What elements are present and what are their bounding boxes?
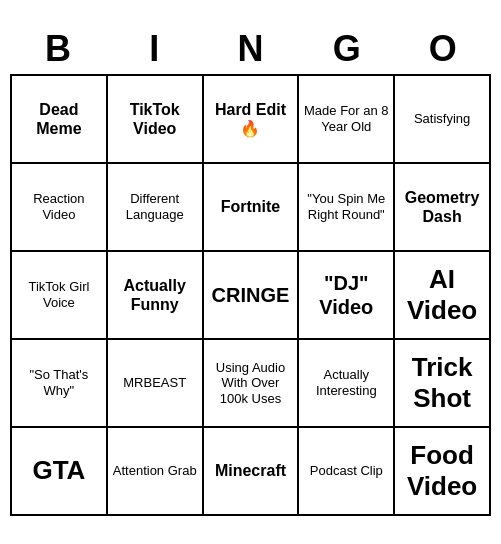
bingo-cell-3[interactable]: Made For an 8 Year Old	[299, 76, 395, 164]
title-n: N	[205, 28, 295, 70]
bingo-cell-4[interactable]: Satisfying	[395, 76, 491, 164]
bingo-cell-11[interactable]: Actually Funny	[108, 252, 204, 340]
bingo-title-row: B I N G O	[10, 28, 491, 70]
bingo-cell-7[interactable]: Fortnite	[204, 164, 300, 252]
bingo-cell-19[interactable]: Trick Shot	[395, 340, 491, 428]
bingo-cell-17[interactable]: Using Audio With Over 100k Uses	[204, 340, 300, 428]
title-b: B	[13, 28, 103, 70]
bingo-cell-6[interactable]: Different Language	[108, 164, 204, 252]
bingo-cell-2[interactable]: Hard Edit🔥	[204, 76, 300, 164]
bingo-cell-23[interactable]: Podcast Clip	[299, 428, 395, 516]
bingo-cell-1[interactable]: TikTok Video	[108, 76, 204, 164]
title-o: O	[398, 28, 488, 70]
bingo-grid: Dead MemeTikTok VideoHard Edit🔥Made For …	[10, 74, 491, 516]
bingo-cell-16[interactable]: MRBEAST	[108, 340, 204, 428]
bingo-cell-5[interactable]: Reaction Video	[12, 164, 108, 252]
bingo-cell-21[interactable]: Attention Grab	[108, 428, 204, 516]
bingo-card: B I N G O Dead MemeTikTok VideoHard Edit…	[0, 18, 501, 526]
title-g: G	[302, 28, 392, 70]
bingo-cell-8[interactable]: "You Spin Me Right Round"	[299, 164, 395, 252]
bingo-cell-20[interactable]: GTA	[12, 428, 108, 516]
bingo-cell-18[interactable]: Actually Interesting	[299, 340, 395, 428]
bingo-cell-9[interactable]: Geometry Dash	[395, 164, 491, 252]
bingo-cell-0[interactable]: Dead Meme	[12, 76, 108, 164]
bingo-cell-15[interactable]: "So That's Why"	[12, 340, 108, 428]
title-i: I	[109, 28, 199, 70]
bingo-cell-22[interactable]: Minecraft	[204, 428, 300, 516]
bingo-cell-14[interactable]: AI Video	[395, 252, 491, 340]
bingo-cell-12[interactable]: CRINGE	[204, 252, 300, 340]
bingo-cell-24[interactable]: Food Video	[395, 428, 491, 516]
bingo-cell-10[interactable]: TikTok Girl Voice	[12, 252, 108, 340]
bingo-cell-13[interactable]: "DJ" Video	[299, 252, 395, 340]
